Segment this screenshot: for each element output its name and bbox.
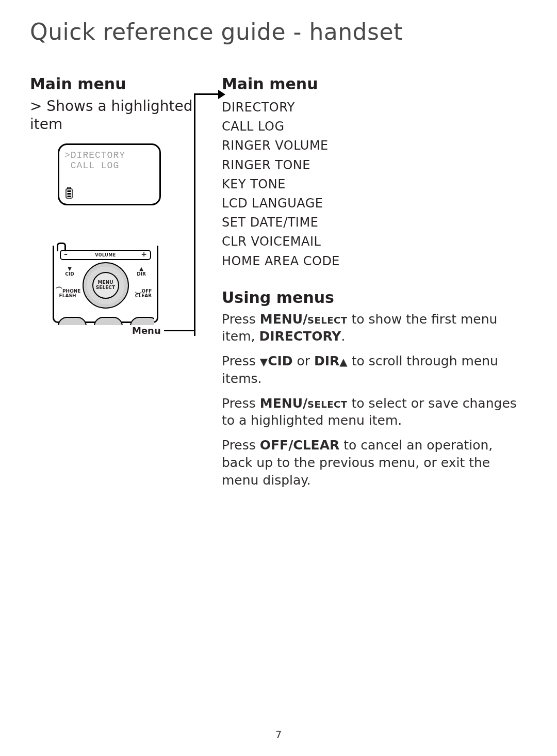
dir-key: ▲DIR xyxy=(129,266,153,277)
page-number: 7 xyxy=(0,728,557,741)
volume-rocker: – VOLUME + xyxy=(60,250,151,260)
menu-callout-label: Menu xyxy=(132,325,161,336)
right-column: Main menu DIRECTORY CALL LOG RINGER VOLU… xyxy=(195,75,527,496)
phone-flash-key: ⏜PHONEFLASH xyxy=(56,288,79,299)
instruction-2: Press ▼CID or DIR▲ to scroll through men… xyxy=(222,352,527,388)
menu-item: CALL LOG xyxy=(222,117,527,136)
cid-key: ▼CID xyxy=(58,266,81,277)
menu-item: DIRECTORY xyxy=(222,98,527,117)
highlight-caption: > Shows a highlighted item xyxy=(30,97,195,133)
instruction-3: Press MENU/select to select or save chan… xyxy=(222,395,527,430)
instruction-1: Press MENU/select to show the first menu… xyxy=(222,311,527,346)
menu-item: LCD LANGUAGE xyxy=(222,194,527,213)
svg-rect-3 xyxy=(68,193,71,195)
lcd-screen-illustration: >DIRECTORY CALL LOG xyxy=(58,143,161,205)
volume-label: VOLUME xyxy=(95,253,116,258)
volume-plus: + xyxy=(141,250,147,258)
right-heading: Main menu xyxy=(222,75,527,93)
volume-minus: – xyxy=(64,250,68,258)
select-label: SELECT xyxy=(96,285,115,291)
lcd-line-2: CALL LOG xyxy=(64,160,154,171)
menu-item: CLR VOICEMAIL xyxy=(222,232,527,251)
page: Quick reference guide - handset Main men… xyxy=(0,0,557,756)
main-menu-list: DIRECTORY CALL LOG RINGER VOLUME RINGER … xyxy=(222,98,527,271)
left-heading: Main menu xyxy=(30,75,195,93)
lcd-line-1: >DIRECTORY xyxy=(64,150,154,160)
using-menus-heading: Using menus xyxy=(222,288,527,307)
up-triangle-icon: ▲ xyxy=(339,355,347,369)
left-column: Main menu > Shows a highlighted item >DI… xyxy=(30,75,195,323)
nav-ring: MENU SELECT xyxy=(83,262,129,309)
off-clear-key: ⏝OFFCLEAR xyxy=(132,288,155,299)
number-row xyxy=(57,314,154,325)
instruction-4: Press OFF/CLEAR to cancel an operation, … xyxy=(222,437,527,489)
menu-item: RINGER VOLUME xyxy=(222,136,527,155)
svg-rect-2 xyxy=(68,190,71,192)
menu-item: KEY TONE xyxy=(222,175,527,194)
page-title: Quick reference guide - handset xyxy=(30,19,527,45)
handset-keypad-illustration: – VOLUME + MENU SELECT ▼CID ▲DIR ⏜PHONEF… xyxy=(53,246,158,323)
menu-item: RINGER TONE xyxy=(222,156,527,175)
using-menus-body: Press MENU/select to show the first menu… xyxy=(222,311,527,489)
menu-item: HOME AREA CODE xyxy=(222,252,527,271)
menu-item: SET DATE/TIME xyxy=(222,213,527,232)
content-columns: Main menu > Shows a highlighted item >DI… xyxy=(30,75,527,496)
battery-icon xyxy=(65,187,73,199)
menu-select-button: MENU SELECT xyxy=(92,272,119,299)
down-triangle-icon: ▼ xyxy=(260,355,268,369)
svg-rect-4 xyxy=(68,196,71,197)
menu-callout: Menu xyxy=(132,325,194,336)
